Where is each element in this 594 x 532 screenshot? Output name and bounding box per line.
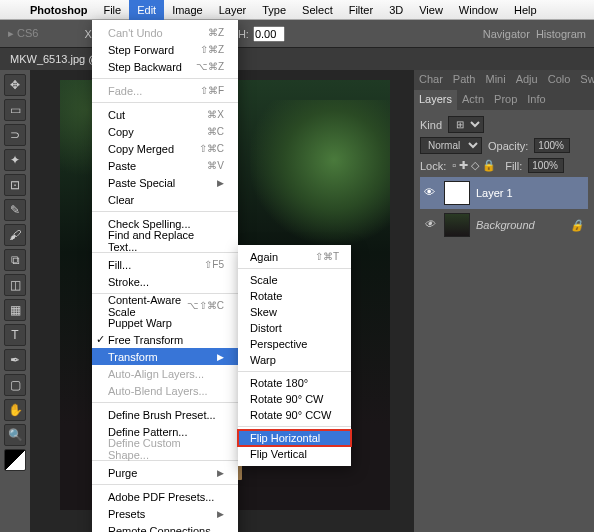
stamp-tool[interactable]: ⧉: [4, 249, 26, 271]
submenu-item-rotate-180[interactable]: Rotate 180°: [238, 375, 351, 391]
menu-view[interactable]: View: [411, 0, 451, 20]
tab-mini[interactable]: Mini: [480, 70, 510, 90]
menu-item-can-t-undo: Can't Undo⌘Z: [92, 24, 238, 41]
menu-item-clear[interactable]: Clear: [92, 191, 238, 208]
menu-item-step-backward[interactable]: Step Backward⌥⌘Z: [92, 58, 238, 75]
menu-type[interactable]: Type: [254, 0, 294, 20]
tools-panel: ✥ ▭ ⊃ ✦ ⊡ ✎ 🖌 ⧉ ◫ ▦ T ✒ ▢ ✋ 🔍: [0, 70, 30, 532]
move-tool[interactable]: ✥: [4, 74, 26, 96]
tab-info[interactable]: Info: [522, 90, 550, 110]
app-title-fragment: ▸ CS6: [8, 27, 38, 40]
marquee-tool[interactable]: ▭: [4, 99, 26, 121]
eraser-tool[interactable]: ◫: [4, 274, 26, 296]
menu-layer[interactable]: Layer: [211, 0, 255, 20]
tab-properties[interactable]: Prop: [489, 90, 522, 110]
opacity-field[interactable]: [534, 138, 570, 153]
layer-name: Layer 1: [476, 187, 513, 199]
menu-item-paste-special[interactable]: Paste Special▶: [92, 174, 238, 191]
menu-item-content-aware-scale[interactable]: Content-Aware Scale⌥⇧⌘C: [92, 297, 238, 314]
submenu-item-distort[interactable]: Distort: [238, 320, 351, 336]
menu-item-transform[interactable]: Transform▶: [92, 348, 238, 365]
kind-label: Kind: [420, 119, 442, 131]
blend-mode-select[interactable]: Normal: [420, 137, 482, 154]
submenu-item-rotate-90-cw[interactable]: Rotate 90° CW: [238, 391, 351, 407]
menu-file[interactable]: File: [95, 0, 129, 20]
lock-label: Lock:: [420, 160, 446, 172]
tab-colo[interactable]: Colo: [543, 70, 576, 90]
layers-panel: Kind ⊞ Normal Opacity: Lock: ▫✚◇🔒 Fill: …: [414, 110, 594, 247]
submenu-item-flip-vertical[interactable]: Flip Vertical: [238, 446, 351, 462]
submenu-item-skew[interactable]: Skew: [238, 304, 351, 320]
fill-label: Fill:: [505, 160, 522, 172]
zoom-tool[interactable]: 🔍: [4, 424, 26, 446]
pen-tool[interactable]: ✒: [4, 349, 26, 371]
layer-row-background[interactable]: 👁 Background 🔒: [420, 209, 588, 241]
menu-item-stroke[interactable]: Stroke...: [92, 273, 238, 290]
lasso-tool[interactable]: ⊃: [4, 124, 26, 146]
menu-window[interactable]: Window: [451, 0, 506, 20]
menu-item-adobe-pdf-presets[interactable]: Adobe PDF Presets...: [92, 488, 238, 505]
tab-swat[interactable]: Swat: [575, 70, 594, 90]
menu-item-copy[interactable]: Copy⌘C: [92, 123, 238, 140]
menu-item-fade: Fade...⇧⌘F: [92, 82, 238, 99]
menu-image[interactable]: Image: [164, 0, 211, 20]
menu-filter[interactable]: Filter: [341, 0, 381, 20]
layers-panel-tabs: Layers Actn Prop Info: [414, 90, 594, 110]
submenu-item-perspective[interactable]: Perspective: [238, 336, 351, 352]
app-name[interactable]: Photoshop: [22, 4, 95, 16]
tab-actions[interactable]: Actn: [457, 90, 489, 110]
histogram-collapsed[interactable]: Histogram: [536, 28, 586, 40]
menu-item-cut[interactable]: Cut⌘X: [92, 106, 238, 123]
menu-select[interactable]: Select: [294, 0, 341, 20]
tab-path[interactable]: Path: [448, 70, 481, 90]
shape-tool[interactable]: ▢: [4, 374, 26, 396]
lock-icons[interactable]: ▫✚◇🔒: [452, 159, 499, 172]
menu-item-puppet-warp[interactable]: Puppet Warp: [92, 314, 238, 331]
opacity-label: Opacity:: [488, 140, 528, 152]
submenu-item-flip-horizontal[interactable]: Flip Horizontal: [238, 430, 351, 446]
menu-item-presets[interactable]: Presets▶: [92, 505, 238, 522]
edit-menu-dropdown: Can't Undo⌘ZStep Forward⇧⌘ZStep Backward…: [92, 20, 238, 532]
brush-tool[interactable]: 🖌: [4, 224, 26, 246]
right-dock: Char Path Mini Adju Colo Swat Layers Act…: [414, 70, 594, 532]
menu-item-remote-connections[interactable]: Remote Connections...: [92, 522, 238, 532]
tab-char[interactable]: Char: [414, 70, 448, 90]
options-bar: ▸ CS6 X: Y: W: H: Navigator Histogram: [0, 20, 594, 48]
fill-field[interactable]: [528, 158, 564, 173]
layer-row-layer1[interactable]: 👁 Layer 1: [420, 177, 588, 209]
type-tool[interactable]: T: [4, 324, 26, 346]
menu-item-copy-merged[interactable]: Copy Merged⇧⌘C: [92, 140, 238, 157]
foreground-background-swatch[interactable]: [4, 449, 26, 471]
h-label: H:: [238, 28, 249, 40]
wand-tool[interactable]: ✦: [4, 149, 26, 171]
menu-3d[interactable]: 3D: [381, 0, 411, 20]
submenu-item-scale[interactable]: Scale: [238, 272, 351, 288]
menu-item-find-and-replace-text[interactable]: Find and Replace Text...: [92, 232, 238, 249]
tab-adju[interactable]: Adju: [511, 70, 543, 90]
visibility-icon[interactable]: 👁: [424, 186, 438, 200]
eyedropper-tool[interactable]: ✎: [4, 199, 26, 221]
submenu-item-rotate[interactable]: Rotate: [238, 288, 351, 304]
tab-layers[interactable]: Layers: [414, 90, 457, 110]
layer-thumbnail: [444, 213, 470, 237]
visibility-icon[interactable]: 👁: [424, 218, 438, 232]
menu-item-paste[interactable]: Paste⌘V: [92, 157, 238, 174]
submenu-item-rotate-90-ccw[interactable]: Rotate 90° CCW: [238, 407, 351, 423]
menu-help[interactable]: Help: [506, 0, 545, 20]
document-tabs: MKW_6513.jpg @ 17.4% ×: [0, 48, 594, 70]
menu-item-define-brush-preset[interactable]: Define Brush Preset...: [92, 406, 238, 423]
hand-tool[interactable]: ✋: [4, 399, 26, 421]
gradient-tool[interactable]: ▦: [4, 299, 26, 321]
menu-item-fill[interactable]: Fill...⇧F5: [92, 256, 238, 273]
menu-item-auto-align-layers: Auto-Align Layers...: [92, 365, 238, 382]
menu-item-purge[interactable]: Purge▶: [92, 464, 238, 481]
menu-item-free-transform[interactable]: Free Transform: [92, 331, 238, 348]
menu-item-step-forward[interactable]: Step Forward⇧⌘Z: [92, 41, 238, 58]
crop-tool[interactable]: ⊡: [4, 174, 26, 196]
h-field[interactable]: [253, 26, 285, 42]
submenu-item-warp[interactable]: Warp: [238, 352, 351, 368]
kind-filter[interactable]: ⊞: [448, 116, 484, 133]
navigator-collapsed[interactable]: Navigator: [483, 28, 530, 40]
menu-item-define-custom-shape: Define Custom Shape...: [92, 440, 238, 457]
menu-edit[interactable]: Edit: [129, 0, 164, 20]
